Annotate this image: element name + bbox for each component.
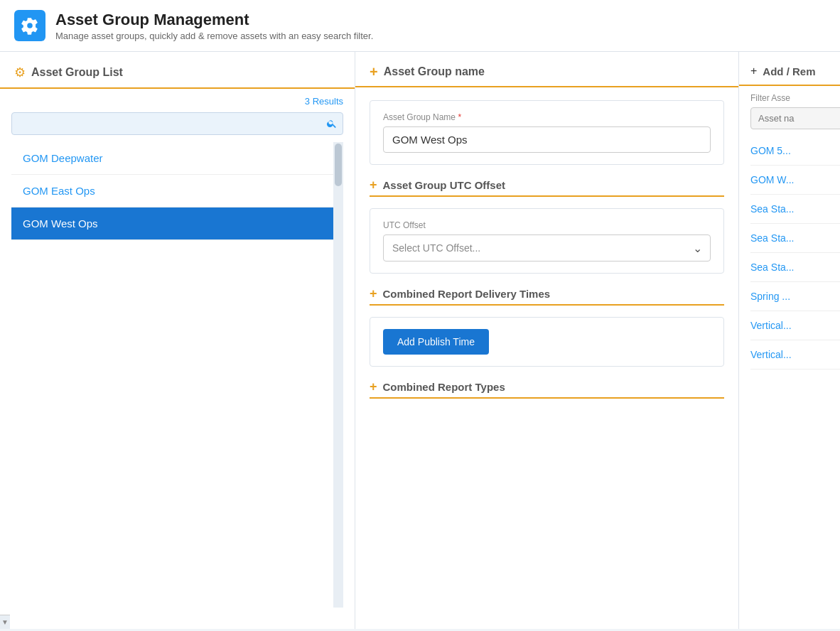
list-item[interactable]: GOM 5... xyxy=(750,136,840,166)
list-item[interactable]: GOM East Ops xyxy=(11,175,333,207)
filter-input[interactable] xyxy=(750,107,840,129)
search-icon xyxy=(326,118,338,129)
app-header: Asset Group Management Manage asset grou… xyxy=(0,0,840,52)
list-item[interactable]: Spring ... xyxy=(750,282,840,311)
asset-group-name-section: Asset Group Name * xyxy=(370,100,724,165)
middle-panel: + Asset Group name Asset Group Name * + … xyxy=(355,52,739,629)
right-asset-list: GOM 5... GOM W... Sea Sta... Sea Sta... … xyxy=(739,136,840,370)
delivery-sub-section: Add Publish Time xyxy=(370,317,724,367)
right-plus-icon: + xyxy=(750,65,757,77)
scroll-track xyxy=(333,142,343,608)
list-item-active[interactable]: GOM West Ops xyxy=(11,207,333,240)
left-panel-title: Asset Group List xyxy=(31,66,123,79)
left-panel: ⚙ Asset Group List 3 Results GOM Deepwat… xyxy=(0,52,355,629)
search-input[interactable] xyxy=(11,112,343,135)
delivery-section-header: + Combined Report Delivery Times xyxy=(370,286,724,301)
right-panel-title: Add / Rem xyxy=(763,65,815,77)
delivery-section-title: Combined Report Delivery Times xyxy=(383,288,551,300)
plus-icon: + xyxy=(370,65,378,79)
search-button[interactable] xyxy=(326,118,338,129)
asset-group-name-input[interactable] xyxy=(383,126,711,153)
app-title: Asset Group Management xyxy=(55,11,373,29)
right-panel: + Add / Rem Filter Asse GOM 5... GOM W..… xyxy=(739,52,840,629)
utc-plus-icon: + xyxy=(370,178,377,193)
header-text: Asset Group Management Manage asset grou… xyxy=(55,11,373,41)
utc-sub-section: UTC Offset Select UTC Offset... ⌄ xyxy=(370,208,724,274)
filter-label: Filter Asse xyxy=(750,93,840,103)
gear-icon xyxy=(21,16,39,35)
results-count: 3 Results xyxy=(11,96,343,107)
asset-group-name-label: Asset Group Name * xyxy=(383,112,711,122)
list-item[interactable]: Sea Sta... xyxy=(750,224,840,253)
utc-select[interactable]: Select UTC Offset... xyxy=(383,234,711,261)
list-item[interactable]: GOM Deepwater xyxy=(11,142,333,175)
utc-label: UTC Offset xyxy=(383,220,711,230)
utc-section-title: Asset Group UTC Offset xyxy=(383,179,506,191)
app-subtitle: Manage asset groups, quickly add & remov… xyxy=(55,31,373,41)
left-panel-header: ⚙ Asset Group List xyxy=(0,52,355,89)
add-publish-time-button[interactable]: Add Publish Time xyxy=(383,329,489,355)
delivery-section-wrapper: + Combined Report Delivery Times Add Pub… xyxy=(370,286,724,367)
list-item[interactable]: GOM W... xyxy=(750,166,840,195)
combined-types-title: Combined Report Types xyxy=(383,381,505,393)
combined-types-wrapper: + Combined Report Types xyxy=(370,379,724,410)
right-panel-header: + Add / Rem xyxy=(739,52,840,86)
middle-panel-title: Asset Group name xyxy=(384,65,485,78)
list-item[interactable]: Vertical... xyxy=(750,311,840,340)
asset-list: GOM Deepwater GOM East Ops GOM West Ops xyxy=(11,142,333,608)
utc-section-wrapper: + Asset Group UTC Offset UTC Offset Sele… xyxy=(370,178,724,274)
combined-types-header: + Combined Report Types xyxy=(370,379,724,394)
middle-panel-header: + Asset Group name xyxy=(355,52,738,87)
delivery-plus-icon: + xyxy=(370,286,377,301)
scroll-arrow-down[interactable]: ▼ xyxy=(0,615,10,629)
list-item[interactable]: Vertical... xyxy=(750,340,840,370)
list-item[interactable]: Sea Sta... xyxy=(750,195,840,224)
section-gear-icon: ⚙ xyxy=(14,65,26,80)
app-icon xyxy=(14,10,45,41)
utc-section-header: + Asset Group UTC Offset xyxy=(370,178,724,193)
scroll-thumb[interactable] xyxy=(335,144,342,186)
left-panel-content: 3 Results GOM Deepwater GOM East Ops GOM… xyxy=(0,89,355,615)
asset-list-scroll-area: GOM Deepwater GOM East Ops GOM West Ops xyxy=(11,142,343,608)
main-layout: ⚙ Asset Group List 3 Results GOM Deepwat… xyxy=(0,52,840,629)
search-wrapper xyxy=(11,112,343,135)
combined-plus-icon: + xyxy=(370,379,377,394)
list-item[interactable]: Sea Sta... xyxy=(750,253,840,282)
utc-select-wrapper: Select UTC Offset... ⌄ xyxy=(383,234,711,261)
filter-area: Filter Asse xyxy=(739,86,840,136)
